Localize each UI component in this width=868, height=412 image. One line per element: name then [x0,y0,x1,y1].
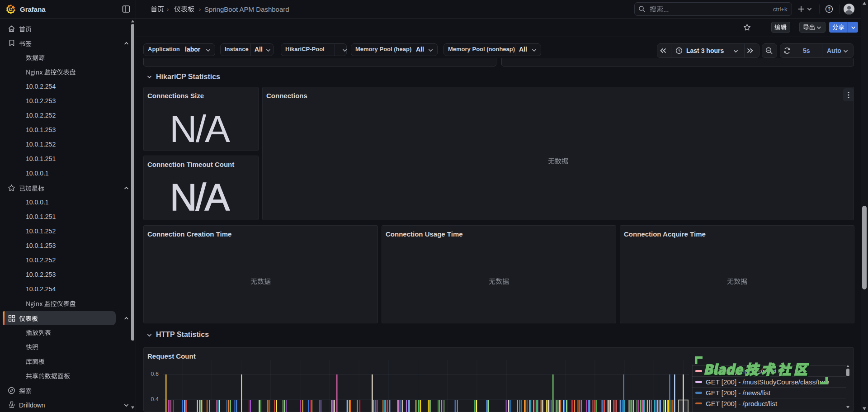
svg-text:?: ? [828,6,830,12]
